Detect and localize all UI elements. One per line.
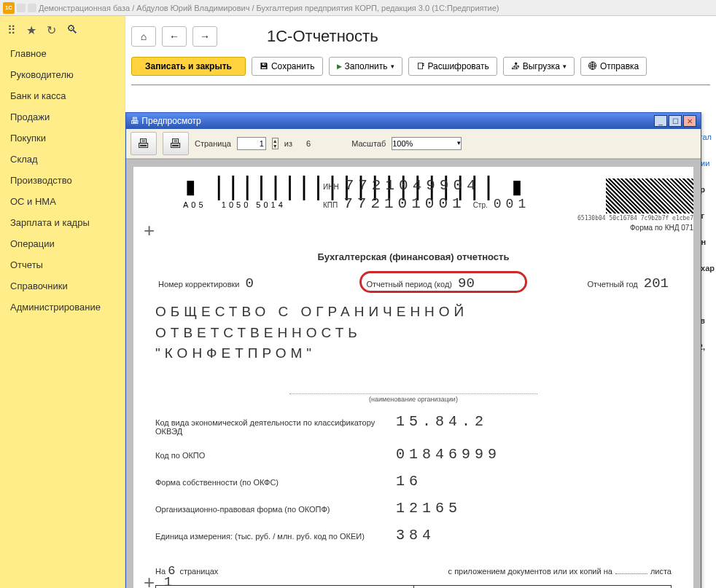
barcode-right: 65130b04 50c16784 7c9b2b7f e1cbe7 xyxy=(606,179,693,213)
save-button[interactable]: 💾︎ Сохранить xyxy=(252,57,323,76)
grid-icon[interactable]: ⠿ xyxy=(7,23,16,37)
page-of-label: из xyxy=(284,139,292,148)
minimize-button[interactable]: _ xyxy=(654,115,667,127)
maximize-button[interactable]: ☐ xyxy=(669,115,682,127)
field-row: Форма собственности (по ОКФС)16 xyxy=(155,473,672,490)
page-label: Страница xyxy=(195,139,231,148)
decode-button[interactable]: 📑︎ Расшифровать xyxy=(408,57,497,76)
field-row: Организационно-правовая форма (по ОКОПФ)… xyxy=(155,500,672,517)
app-titlebar: 1C Демонстрационная база / Абдулов Юрий … xyxy=(0,0,716,16)
sidebar-item[interactable]: Руководителю xyxy=(0,64,125,85)
org-name: ОБЩЕСТВО С ОГРАНИЧЕННОЙ ОТВЕТСТВЕННОСТЬ … xyxy=(155,302,672,364)
send-button[interactable]: 🌐︎ Отправка xyxy=(580,57,647,76)
page-total: 6 xyxy=(306,139,311,148)
home-button[interactable]: ⌂ xyxy=(131,26,156,47)
pages-row: На 6 страницах с приложением документов … xyxy=(155,564,672,578)
sidebar-item[interactable]: Операции xyxy=(0,233,125,254)
forward-button[interactable]: → xyxy=(192,26,217,47)
toolbar: Записать и закрыть 💾︎ Сохранить ▶ Заполн… xyxy=(125,54,716,79)
save-close-button[interactable]: Записать и закрыть xyxy=(131,57,246,76)
sidebar-item[interactable]: Зарплата и кадры xyxy=(0,212,125,233)
titlebar-dot xyxy=(28,4,36,12)
preview-title: Предпросмотр xyxy=(141,116,201,126)
form-knd: Форма по КНД 071 xyxy=(630,224,693,232)
history-icon[interactable]: ↻ xyxy=(47,23,56,37)
print-checked-button[interactable]: 🖶︎ xyxy=(131,132,157,155)
doc-heading: Бухгалтерская (финансовая) отчетность xyxy=(155,251,672,262)
sidebar-item[interactable]: Банк и касса xyxy=(0,85,125,106)
preview-titlebar[interactable]: 🖶︎ Предпросмотр _ ☐ ✕ xyxy=(126,113,701,129)
page-index: 1 xyxy=(164,575,172,588)
signature-box: Достоверность и полноту сведений, указан… xyxy=(155,585,672,589)
field-row: Код вида экономической деятельности по к… xyxy=(155,413,672,436)
sidebar-item[interactable]: Администрирование xyxy=(0,297,125,318)
titlebar-dot xyxy=(17,4,26,12)
page-title: 1С-Отчетность xyxy=(267,27,378,46)
page-input[interactable] xyxy=(237,137,266,150)
preview-window: 🖶︎ Предпросмотр _ ☐ ✕ 🖶︎ 🖶︎ Страница ▲▼ … xyxy=(125,112,701,588)
back-button[interactable]: ← xyxy=(162,26,187,47)
sidebar-item[interactable]: ОС и НМА xyxy=(0,191,125,212)
paper-viewport[interactable]: + ▮ |||||||||||||||||||| ▮ А05 1050 5014… xyxy=(126,159,701,588)
sidebar-item[interactable]: Производство xyxy=(0,170,125,191)
print-button[interactable]: 🖶︎ xyxy=(163,132,189,155)
field-row: Код по ОКПО01846999 xyxy=(155,446,672,463)
sidebar: ⠿ ★ ↻ 🔍︎ Главное Руководителю Банк и кас… xyxy=(0,16,125,588)
preview-toolbar: 🖶︎ 🖶︎ Страница ▲▼ из 6 Масштаб 100% ▾ xyxy=(126,129,701,159)
export-button[interactable]: 📤︎ Выгрузка ▾ xyxy=(503,57,575,76)
sidebar-item[interactable]: Справочники xyxy=(0,275,125,297)
sidebar-item[interactable]: Отчеты xyxy=(0,254,125,275)
crop-mark-icon: + xyxy=(144,219,155,242)
report-page: + ▮ |||||||||||||||||||| ▮ А05 1050 5014… xyxy=(133,167,693,588)
main-area: ⌂ ← → 1С-Отчетность Записать и закрыть 💾… xyxy=(125,16,716,588)
inn-block: ИНН7721049904 КПП772101001 Стр.001 xyxy=(323,177,530,213)
sidebar-item[interactable]: Покупки xyxy=(0,128,125,149)
sidebar-item[interactable]: Продажи xyxy=(0,106,125,128)
period-highlight xyxy=(359,271,527,293)
close-button[interactable]: ✕ xyxy=(683,115,696,127)
sidebar-item[interactable]: Склад xyxy=(0,149,125,170)
star-icon[interactable]: ★ xyxy=(26,23,36,37)
field-row: Единица измерения: (тыс. руб. / млн. руб… xyxy=(155,527,672,544)
page-spinner[interactable]: ▲▼ xyxy=(272,138,279,149)
printer-icon: 🖶︎ xyxy=(131,116,139,126)
sidebar-item[interactable]: Главное xyxy=(0,43,125,64)
zoom-select[interactable]: 100% ▾ xyxy=(392,137,462,150)
search-icon[interactable]: 🔍︎ xyxy=(66,23,78,37)
fill-button[interactable]: ▶ Заполнить ▾ xyxy=(329,57,402,76)
titlebar-text: Демонстрационная база / Абдулов Юрий Вла… xyxy=(39,4,499,12)
org-caption: (наименование организации) xyxy=(289,393,537,403)
sidebar-icons: ⠿ ★ ↻ 🔍︎ xyxy=(0,16,125,43)
zoom-label: Масштаб xyxy=(351,139,386,148)
meta-row: Номер корректировки0 Отчетный период (ко… xyxy=(155,275,672,291)
crop-mark-icon: + xyxy=(144,571,155,588)
app-logo-icon: 1C xyxy=(3,2,15,14)
